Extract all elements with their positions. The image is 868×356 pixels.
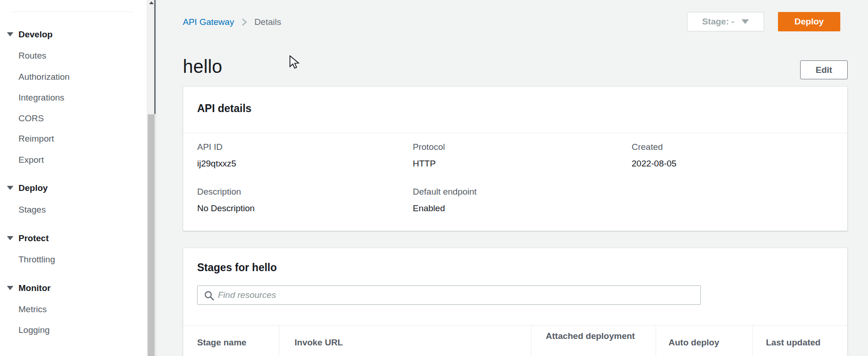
breadcrumb-api-gateway-link[interactable]: API Gateway (183, 17, 234, 27)
column-header-label: Auto deploy (669, 336, 719, 350)
field-default-endpoint: Default endpoint Enabled (413, 187, 476, 214)
breadcrumb-current: Details (254, 17, 281, 27)
nav-section-protect[interactable]: Protect (0, 231, 147, 245)
nav-item-stages[interactable]: Stages (18, 203, 46, 217)
field-description: Description No Description (197, 187, 255, 214)
nav-section-label: Deploy (18, 181, 48, 195)
field-value: ij29qtxxz5 (197, 159, 236, 169)
field-value: 2022-08-05 (632, 159, 676, 169)
column-header-label: Invoke URL (295, 336, 343, 350)
chevron-down-icon (7, 236, 13, 240)
sidebar-divider (11, 12, 134, 12)
api-details-card: API details API ID ij29qtxxz5 Protocol H… (183, 86, 848, 231)
column-header-label: Stage name (197, 336, 247, 350)
nav-item-reimport[interactable]: Reimport (18, 132, 54, 146)
nav-item-metrics[interactable]: Metrics (18, 303, 47, 316)
deploy-button-label: Deploy (795, 17, 824, 27)
chevron-down-icon (7, 186, 13, 190)
column-header-label: Attached deployment (546, 329, 635, 343)
api-details-card-title: API details (197, 102, 252, 115)
stages-card-title: Stages for hello (197, 261, 277, 274)
edit-button[interactable]: Edit (800, 60, 848, 79)
scrollbar-up-arrow-icon[interactable] (149, 1, 154, 4)
field-value: Enabled (413, 203, 476, 214)
nav-section-deploy[interactable]: Deploy (0, 181, 147, 195)
column-header-auto-deploy[interactable]: Auto deploy (669, 326, 747, 356)
page-title: hello (183, 56, 223, 77)
deploy-button[interactable]: Deploy (778, 12, 840, 31)
nav-section-label: Protect (18, 231, 48, 245)
sidebar-scrollbar-thumb[interactable] (148, 114, 155, 356)
stages-search-box (197, 285, 701, 305)
field-label: API ID (197, 142, 236, 152)
mouse-cursor (289, 55, 301, 71)
page-scrollbar-thumb[interactable] (154, 0, 156, 114)
stage-dropdown-button[interactable]: Stage: - (687, 12, 764, 31)
nav-section-develop[interactable]: Develop (0, 28, 147, 42)
nav-section-label: Develop (18, 28, 53, 42)
nav-section-label: Monitor (18, 281, 51, 295)
nav-item-authorization[interactable]: Authorization (18, 70, 70, 84)
chevron-down-icon (7, 32, 13, 36)
field-label: Protocol (413, 142, 445, 152)
stages-card: Stages for hello Stage name Invoke URL A… (183, 248, 848, 356)
nav-item-logging[interactable]: Logging (18, 323, 50, 337)
edit-button-label: Edit (816, 65, 832, 75)
nav-item-throttling[interactable]: Throttling (18, 253, 55, 267)
chevron-down-icon (7, 286, 13, 290)
chevron-down-icon (741, 19, 749, 24)
column-separator (656, 326, 656, 356)
column-header-attached-deployment[interactable]: Attached deployment (546, 326, 641, 356)
field-value: HTTP (413, 159, 445, 169)
field-created: Created 2022-08-05 (632, 142, 676, 169)
search-input[interactable] (218, 286, 698, 304)
column-separator (279, 326, 279, 356)
nav-section-monitor[interactable]: Monitor (0, 281, 147, 295)
stage-dropdown-label: Stage: - (702, 17, 735, 27)
search-icon (204, 290, 215, 303)
sidebar-nav: Develop Routes Authorization Integration… (0, 0, 147, 356)
column-header-label: Last updated (766, 336, 820, 350)
field-api-id: API ID ij29qtxxz5 (197, 142, 236, 169)
card-header-divider (183, 133, 847, 133)
column-header-last-updated[interactable]: Last updated (766, 326, 858, 356)
field-label: Created (632, 142, 676, 152)
nav-item-export[interactable]: Export (18, 153, 44, 167)
column-separator (531, 326, 531, 356)
column-header-invoke-url[interactable]: Invoke URL (295, 326, 525, 356)
field-label: Description (197, 187, 255, 197)
nav-item-cors[interactable]: CORS (18, 112, 44, 125)
field-value: No Description (197, 203, 255, 214)
field-label: Default endpoint (413, 187, 476, 197)
nav-item-routes[interactable]: Routes (18, 49, 46, 63)
field-protocol: Protocol HTTP (413, 142, 445, 169)
nav-item-integrations[interactable]: Integrations (18, 91, 64, 105)
column-separator (752, 326, 753, 356)
column-header-stage-name[interactable]: Stage name (197, 326, 273, 356)
chevron-right-icon (241, 18, 248, 29)
breadcrumb: API GatewayDetails (183, 17, 281, 28)
pane-border (156, 0, 156, 356)
